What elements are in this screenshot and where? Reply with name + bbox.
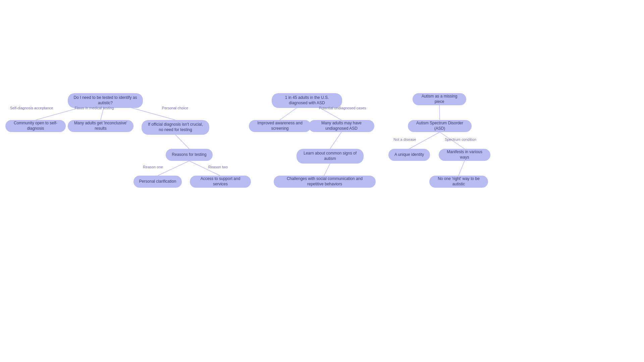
svg-line-8: [330, 132, 341, 149]
edge-label-spectrum-condition: Spectrum condition: [442, 137, 479, 141]
svg-line-3: [175, 135, 189, 149]
node-no-need-testing[interactable]: If official diagnosis isn't crucial, no …: [142, 120, 209, 135]
edge-label-flaws-testing: Flaws in medical testing: [72, 106, 116, 110]
node-challenges-social[interactable]: Challenges with social communication and…: [274, 176, 376, 188]
node-unique-identity[interactable]: A unique identity: [388, 149, 430, 161]
node-access-support[interactable]: Access to support and services: [190, 176, 251, 188]
edge-label-potential-undiagnosed: Potential undiagnosed cases: [314, 106, 371, 110]
edge-label-self-diagnosis: Self-diagnosis acceptance: [8, 106, 55, 110]
edge-label-personal-choice: Personal choice: [158, 106, 192, 110]
node-manifests-various[interactable]: Manifests in various ways: [439, 149, 490, 161]
node-learn-signs-autism[interactable]: Learn about common signs of autism: [297, 149, 364, 164]
node-inconclusive-results[interactable]: Many adults get 'inconclusive' results: [68, 120, 133, 132]
node-community-self-diagnosis[interactable]: Community open to self-diagnosis: [5, 120, 66, 132]
svg-line-9: [324, 164, 330, 176]
diagram-container: Do I need to be tested to identify as au…: [0, 0, 644, 362]
node-no-right-way[interactable]: No one 'right' way to be autistic: [429, 176, 488, 188]
node-undiagnosed-asd[interactable]: Many adults may have undiagnosed ASD: [309, 120, 374, 132]
node-asd[interactable]: Autism Spectrum Disorder (ASD): [408, 120, 472, 132]
edge-label-reason-one: Reason one: [140, 165, 166, 169]
node-reasons-testing[interactable]: Reasons for testing: [166, 149, 213, 161]
edge-label-not-disease: Not a disease: [390, 137, 420, 141]
node-improved-awareness[interactable]: Improved awareness and screening: [249, 120, 311, 132]
node-personal-clarification[interactable]: Personal clarification: [133, 176, 182, 188]
node-autism-missing-piece[interactable]: Autism as a missing piece: [413, 93, 466, 105]
svg-line-13: [459, 161, 465, 176]
edge-label-reason-two: Reason two: [205, 165, 231, 169]
